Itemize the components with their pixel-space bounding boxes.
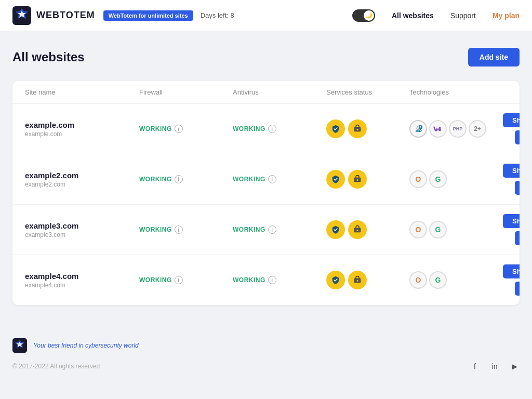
waf-service-icon xyxy=(348,119,367,138)
social-links: f in ▶ xyxy=(470,361,520,371)
col-firewall: Firewall xyxy=(139,88,233,96)
nav-my-plan[interactable]: My plan xyxy=(493,11,520,20)
header: WEBTOTEM WebTotem for unlimited sites Da… xyxy=(0,0,532,31)
firewall-status: WORKING i xyxy=(139,276,233,284)
moon-icon: 🌙 xyxy=(365,12,373,19)
row-actions: Show more Delete xyxy=(503,264,520,296)
row-actions: Show more Delete xyxy=(503,214,520,245)
services-icons xyxy=(326,119,409,138)
site-name-main: example4.com xyxy=(25,272,139,281)
waf-service-icon xyxy=(348,170,367,189)
waf-service-icon xyxy=(348,271,367,289)
logo-text: WEBTOTEM xyxy=(36,10,95,21)
col-site-name: Site name xyxy=(25,88,139,96)
svg-point-2 xyxy=(357,129,358,130)
firewall-info-icon[interactable]: i xyxy=(175,276,183,284)
antivirus-info-icon[interactable]: i xyxy=(268,225,276,234)
footer-bottom: © 2017-2022 All rights reserved f in ▶ xyxy=(0,357,532,382)
col-technologies: Technologies xyxy=(409,88,503,96)
youtube-icon[interactable]: ▶ xyxy=(509,361,520,371)
trial-badge: WebTotem for unlimited sites xyxy=(103,10,193,21)
firewall-info-icon[interactable]: i xyxy=(175,175,183,183)
g-tech-icon: G xyxy=(429,271,447,289)
sites-table: Site name Firewall Antivirus Services st… xyxy=(12,81,520,305)
tech-icons: 𝒬 PHP 2+ xyxy=(409,120,503,138)
site-name-sub: example.com xyxy=(25,130,139,138)
webtotem-logo-icon xyxy=(12,6,31,25)
shield-service-icon xyxy=(326,170,345,189)
show-more-button[interactable]: Show more xyxy=(503,164,520,178)
main-nav: All websites Support My plan xyxy=(392,11,520,20)
o-tech-icon: O xyxy=(409,170,427,188)
firewall-status: WORKING i xyxy=(139,175,233,183)
add-site-button[interactable]: Add site xyxy=(468,48,520,66)
footer-logo-icon xyxy=(12,338,27,353)
row-actions: Show more Delete xyxy=(503,164,520,195)
delete-button[interactable]: Delete xyxy=(515,282,520,296)
table-row: example3.com example3.com WORKING i WORK… xyxy=(12,205,520,255)
table-header: Site name Firewall Antivirus Services st… xyxy=(12,81,520,104)
table-row: example4.com example4.com WORKING i WORK… xyxy=(12,255,520,305)
svg-point-8 xyxy=(357,280,358,282)
antivirus-info-icon[interactable]: i xyxy=(268,125,276,133)
php-tech-icon: PHP xyxy=(449,120,467,138)
nav-support[interactable]: Support xyxy=(450,11,476,20)
nav-all-websites[interactable]: All websites xyxy=(392,11,434,20)
tech-icons: O G xyxy=(409,271,503,289)
tech-icons: O G xyxy=(409,170,503,188)
antivirus-info-icon[interactable]: i xyxy=(268,175,276,183)
show-more-button[interactable]: Show more xyxy=(503,264,520,278)
footer-brand: Your best friend in cybersecurity world xyxy=(0,322,532,357)
site-name-cell: example.com example.com xyxy=(25,121,139,138)
waf-service-icon xyxy=(348,220,367,239)
delete-button[interactable]: Delete xyxy=(515,181,520,195)
site-name-cell: example2.com example2.com xyxy=(25,171,139,188)
antivirus-status: WORKING i xyxy=(233,276,326,284)
firewall-info-icon[interactable]: i xyxy=(175,225,183,234)
firewall-status: WORKING i xyxy=(139,225,233,234)
show-more-button[interactable]: Show more xyxy=(503,214,520,228)
tech-count-badge: 2+ xyxy=(469,120,486,138)
site-name-main: example2.com xyxy=(25,171,139,180)
wordpress-tech-icon: 𝒬 xyxy=(409,120,427,138)
page-title: All websites xyxy=(12,50,85,64)
site-name-main: example3.com xyxy=(25,221,139,230)
antivirus-status: WORKING i xyxy=(233,175,326,183)
firewall-info-icon[interactable]: i xyxy=(175,125,183,133)
svg-point-4 xyxy=(357,179,358,181)
shield-service-icon xyxy=(326,220,345,239)
logo: WEBTOTEM xyxy=(12,6,95,25)
copyright: © 2017-2022 All rights reserved xyxy=(12,363,100,370)
delete-button[interactable]: Delete xyxy=(515,231,520,245)
woo-tech-icon xyxy=(429,120,447,138)
facebook-icon[interactable]: f xyxy=(470,361,480,371)
table-row: example2.com example2.com WORKING i WORK… xyxy=(12,154,520,205)
firewall-status: WORKING i xyxy=(139,125,233,133)
site-name-sub: example3.com xyxy=(25,231,139,238)
tech-icons: O G xyxy=(409,221,503,238)
o-tech-icon: O xyxy=(409,221,427,238)
page-header: All websites Add site xyxy=(12,48,520,66)
linkedin-icon[interactable]: in xyxy=(489,361,500,371)
site-name-main: example.com xyxy=(25,121,139,129)
main-content: All websites Add site Site name Firewall… xyxy=(0,31,532,322)
table-row: example.com example.com WORKING i WORKIN… xyxy=(12,104,520,154)
o-tech-icon: O xyxy=(409,271,427,289)
antivirus-status: WORKING i xyxy=(233,125,326,133)
antivirus-info-icon[interactable]: i xyxy=(268,276,276,284)
shield-service-icon xyxy=(326,119,345,138)
dark-mode-toggle[interactable]: 🌙 xyxy=(352,9,375,22)
svg-point-6 xyxy=(357,230,358,231)
shield-service-icon xyxy=(326,271,345,289)
site-name-sub: example2.com xyxy=(25,181,139,188)
show-more-button[interactable]: Show more xyxy=(503,113,520,127)
site-name-sub: example4.com xyxy=(25,282,139,289)
services-icons xyxy=(326,170,409,189)
col-antivirus: Antivirus xyxy=(233,88,326,96)
services-icons xyxy=(326,271,409,289)
g-tech-icon: G xyxy=(429,170,447,188)
services-icons xyxy=(326,220,409,239)
delete-button[interactable]: Delete xyxy=(515,130,520,144)
antivirus-status: WORKING i xyxy=(233,225,326,234)
row-actions: Show more Delete xyxy=(503,113,520,144)
